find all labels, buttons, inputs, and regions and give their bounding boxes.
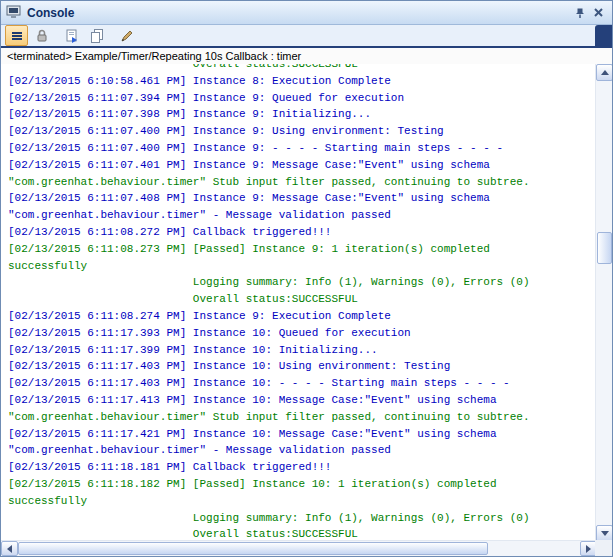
clear-console-icon: [119, 28, 135, 44]
horizontal-scrollbar[interactable]: [1, 540, 597, 556]
console-line: [02/13/2015 6:11:17.403 PM] Instance 10:…: [8, 358, 597, 375]
arrow-down-icon: [601, 531, 609, 536]
console-line: [02/13/2015 6:11:07.400 PM] Instance 9: …: [8, 123, 597, 140]
scrollbar-corner: [595, 540, 612, 556]
console-line: [02/13/2015 6:11:18.182 PM] [Passed] Ins…: [8, 476, 597, 493]
console-output: Overall status:SUCCESSFUL[02/13/2015 6:1…: [1, 64, 597, 542]
console-line: Logging summary: Info (1), Warnings (0),…: [8, 510, 597, 527]
console-line: [02/13/2015 6:11:07.394 PM] Instance 9: …: [8, 90, 597, 107]
console-line: "com.greenhat.behaviour.timer" - Message…: [8, 207, 597, 224]
open-log-button[interactable]: [60, 25, 83, 46]
pin-icon[interactable]: [571, 4, 589, 22]
copy-console-button[interactable]: [85, 25, 108, 46]
console-line: [02/13/2015 6:11:17.403 PM] Instance 10:…: [8, 375, 597, 392]
menu-icon: [9, 28, 25, 44]
console-line: [02/13/2015 6:11:17.421 PM] Instance 10:…: [8, 426, 597, 443]
scroll-lock-button[interactable]: [30, 25, 53, 46]
console-line: Overall status:SUCCESSFUL: [8, 64, 597, 73]
console-icon: [6, 3, 22, 23]
console-line: [02/13/2015 6:11:08.274 PM] Instance 9: …: [8, 308, 597, 325]
console-line: [02/13/2015 6:10:58.461 PM] Instance 8: …: [8, 73, 597, 90]
toolbar-edge-accent: [595, 25, 612, 46]
console-line: Logging summary: Info (1), Warnings (0),…: [8, 274, 597, 291]
scroll-up-button[interactable]: [596, 64, 613, 81]
console-line: "com.greenhat.behaviour.timer" Stub inpu…: [8, 409, 597, 426]
copy-icon: [89, 28, 105, 44]
console-text-area[interactable]: Overall status:SUCCESSFUL[02/13/2015 6:1…: [1, 64, 597, 542]
console-line: [02/13/2015 6:11:07.401 PM] Instance 9: …: [8, 157, 597, 174]
arrow-up-icon: [601, 70, 609, 75]
console-line: [02/13/2015 6:11:07.400 PM] Instance 9: …: [8, 140, 597, 157]
console-line: successfully: [8, 258, 597, 275]
console-line: [02/13/2015 6:11:08.272 PM] Callback tri…: [8, 224, 597, 241]
vertical-scrollbar[interactable]: [595, 64, 612, 542]
clear-console-button[interactable]: [115, 25, 138, 46]
console-line: successfully: [8, 493, 597, 510]
console-line: [02/13/2015 6:11:07.398 PM] Instance 9: …: [8, 106, 597, 123]
console-line: [02/13/2015 6:11:18.181 PM] Callback tri…: [8, 459, 597, 476]
horizontal-scrollbar-thumb[interactable]: [18, 542, 488, 555]
console-line: "com.greenhat.behaviour.timer" Stub inpu…: [8, 174, 597, 191]
view-title-bar: Console: [1, 1, 612, 25]
arrow-right-icon: [586, 545, 591, 553]
console-view: Console: [0, 0, 613, 557]
console-line: [02/13/2015 6:11:08.273 PM] [Passed] Ins…: [8, 241, 597, 258]
process-status-line: <terminated> Example/Timer/Repeating 10s…: [1, 48, 612, 64]
console-line: "com.greenhat.behaviour.timer" - Message…: [8, 442, 597, 459]
open-log-icon: [64, 28, 80, 44]
close-icon[interactable]: [589, 4, 607, 22]
scroll-lock-icon: [34, 28, 50, 44]
console-line: [02/13/2015 6:11:07.408 PM] Instance 9: …: [8, 190, 597, 207]
scroll-left-button[interactable]: [1, 541, 18, 556]
console-toolbar: [1, 25, 612, 46]
arrow-left-icon: [7, 545, 12, 553]
console-line: Overall status:SUCCESSFUL: [8, 291, 597, 308]
console-line: [02/13/2015 6:11:17.413 PM] Instance 10:…: [8, 392, 597, 409]
console-menu-button[interactable]: [5, 25, 28, 46]
view-title: Console: [27, 6, 571, 20]
vertical-scrollbar-thumb[interactable]: [597, 232, 612, 264]
console-line: [02/13/2015 6:11:17.393 PM] Instance 10:…: [8, 325, 597, 342]
console-line: [02/13/2015 6:11:17.399 PM] Instance 10:…: [8, 342, 597, 359]
